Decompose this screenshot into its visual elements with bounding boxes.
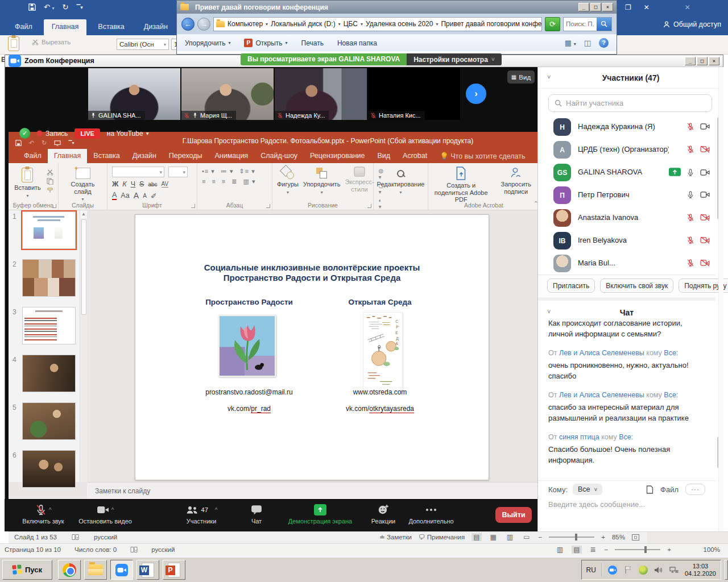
- tray-flag-icon[interactable]: [623, 565, 633, 575]
- chat-message[interactable]: От синяя птица кому Все: Спасибо большое…: [548, 432, 709, 465]
- scroll-up-icon[interactable]: ▲: [80, 210, 87, 218]
- line-spacing-icon[interactable]: ⇕≡ ▾: [239, 168, 255, 174]
- shrink-font-button[interactable]: А: [143, 193, 147, 199]
- fit-slide-icon[interactable]: [632, 534, 639, 541]
- notes-toggle[interactable]: ≐ Заметки: [379, 533, 412, 541]
- slide-thumbnail[interactable]: 2: [9, 258, 80, 306]
- cut-icon[interactable]: [47, 169, 53, 176]
- zoom-in-icon[interactable]: +: [601, 534, 605, 541]
- slide-thumbnail[interactable]: 3: [9, 306, 80, 354]
- breadcrumb-item[interactable]: Удаленка осень 2020: [366, 20, 441, 28]
- minimize-button[interactable]: _: [578, 3, 589, 11]
- font-size-combo[interactable]: ▾: [168, 167, 188, 177]
- adobe-create-pdf-button[interactable]: Создать и поделиться Adobe PDF: [433, 167, 489, 203]
- paste-button[interactable]: Вставить▾: [14, 168, 41, 198]
- chat-message[interactable]: От кому Как происходит согласование исто…: [548, 318, 709, 339]
- new-folder-button[interactable]: Новая папка: [337, 39, 377, 47]
- chat-input-area[interactable]: [548, 500, 708, 509]
- breadcrumb-item[interactable]: ЦБС: [344, 20, 366, 28]
- zoom-in-icon[interactable]: +: [667, 546, 671, 553]
- breadcrumb-item[interactable]: Привет давай поговорим конференция: [441, 20, 542, 28]
- language-status[interactable]: русский: [94, 534, 117, 541]
- tray-volume-icon[interactable]: [654, 565, 664, 575]
- zoom-slider[interactable]: [549, 537, 594, 538]
- normal-view-icon[interactable]: ▤: [471, 533, 481, 541]
- editing-button[interactable]: Редактирование▾: [377, 169, 425, 195]
- zoom-slider[interactable]: [615, 549, 660, 550]
- more-button[interactable]: Дополнительно: [403, 504, 460, 525]
- paste-clipboard-icon[interactable]: [8, 36, 19, 51]
- stop-video-button[interactable]: ^ Остановить видео: [72, 504, 139, 525]
- taskbar-chrome-button[interactable]: [58, 560, 81, 580]
- cut-button[interactable]: Вырезать: [32, 39, 71, 45]
- chat-message[interactable]: От Лев и Алиса Селеменевы кому Все: очен…: [548, 348, 709, 381]
- panel-scroll-track[interactable]: [718, 67, 723, 531]
- slide-thumbnail-image[interactable]: [22, 402, 76, 440]
- zoom-percent[interactable]: 85%: [612, 534, 625, 541]
- taskbar-word-button[interactable]: W: [136, 560, 159, 580]
- participant-row[interactable]: IB Iren Belyakova: [538, 230, 715, 252]
- word-tab[interactable]: Главная: [44, 19, 87, 35]
- dialog-launcher-icon[interactable]: [52, 204, 56, 208]
- tray-antivirus-icon[interactable]: [639, 565, 648, 575]
- zoom-out-icon[interactable]: −: [605, 546, 609, 553]
- justify-icon[interactable]: ≣: [231, 178, 237, 185]
- ppt-tab[interactable]: Переходы: [163, 149, 209, 163]
- chevron-up-icon[interactable]: ^: [215, 507, 218, 513]
- unmute-button[interactable]: ^ Включить звук: [13, 504, 74, 525]
- ppt-tab[interactable]: Главная: [48, 149, 88, 163]
- search-icon[interactable]: [597, 18, 611, 31]
- slide-sorter-icon[interactable]: ▦: [489, 533, 498, 541]
- ppt-tab[interactable]: Дизайн: [126, 149, 163, 163]
- dialog-launcher-icon[interactable]: [191, 204, 195, 208]
- thumbnail-scrollbar[interactable]: ▲: [80, 210, 87, 482]
- scrollbar-thumb[interactable]: [81, 219, 86, 315]
- reading-view-icon[interactable]: ▥: [505, 533, 515, 541]
- print-button[interactable]: Печать: [301, 39, 324, 47]
- chevron-up-icon[interactable]: ^: [49, 507, 52, 513]
- maximize-button[interactable]: □: [590, 3, 601, 11]
- video-tile[interactable]: GALINA SHA...: [88, 68, 180, 120]
- share-screen-button[interactable]: Демонстрация экрана: [279, 504, 362, 525]
- proofing-icon[interactable]: [130, 546, 138, 553]
- word-tab[interactable]: Дизайн: [136, 19, 176, 35]
- video-tile[interactable]: Наталия Кис...: [368, 68, 460, 120]
- web-layout-icon[interactable]: ≣: [589, 546, 598, 554]
- breadcrumb-item[interactable]: Компьютер: [228, 20, 271, 28]
- participant-row[interactable]: GS GALINA SHAROVA: [538, 161, 715, 184]
- slide[interactable]: Социальные инклюзивные волонтёрские прое…: [135, 214, 489, 480]
- leave-button[interactable]: Выйти: [495, 507, 532, 523]
- quick-styles-button[interactable]: Экспресс-стили: [345, 167, 374, 193]
- slide-thumbnail-image[interactable]: [22, 211, 76, 249]
- ppt-tab[interactable]: Файл: [18, 149, 48, 163]
- language-indicator[interactable]: RU: [586, 566, 596, 574]
- language-status[interactable]: русский: [151, 546, 175, 553]
- clock[interactable]: 13:03 04.12.2020: [685, 563, 716, 577]
- help-icon[interactable]: ?: [599, 38, 609, 48]
- invite-button[interactable]: Пригласить: [547, 278, 595, 293]
- slide-thumbnail[interactable]: 6: [9, 449, 80, 497]
- grow-font-button[interactable]: А: [134, 191, 139, 200]
- page-counter[interactable]: Страница 10 из 10: [5, 546, 61, 553]
- video-tile[interactable]: Надежда Ку...: [275, 68, 367, 120]
- refresh-button[interactable]: ⟳: [545, 17, 560, 31]
- adobe-sign-button[interactable]: Запросить подписи: [497, 167, 535, 195]
- copy-icon[interactable]: [47, 178, 53, 185]
- slide-thumbnail[interactable]: 1: [9, 210, 80, 258]
- word-font-combo[interactable]: Calibri (Осн▾: [117, 39, 169, 50]
- align-right-icon[interactable]: ≡: [222, 178, 226, 185]
- recipient-dropdown[interactable]: Все˅: [573, 484, 602, 495]
- word-tab[interactable]: Вставка: [90, 19, 132, 35]
- close-button[interactable]: ✕: [602, 3, 613, 11]
- read-mode-icon[interactable]: ▥: [555, 546, 565, 554]
- explorer-titlebar[interactable]: Привет давай поговорим конференция _ □ ✕: [177, 1, 617, 14]
- zoom-out-icon[interactable]: −: [539, 534, 543, 541]
- ppt-tab[interactable]: Вставка: [87, 149, 126, 163]
- chat-more-button[interactable]: ···: [685, 484, 705, 495]
- align-left-icon[interactable]: ≡: [202, 178, 206, 185]
- back-button[interactable]: ←: [181, 18, 195, 31]
- clear-format-icon[interactable]: ✐: [151, 192, 156, 200]
- strikethrough-button[interactable]: S: [139, 180, 144, 188]
- zoom-slider-thumb[interactable]: [644, 546, 647, 553]
- preview-pane-icon[interactable]: ◫: [584, 39, 591, 47]
